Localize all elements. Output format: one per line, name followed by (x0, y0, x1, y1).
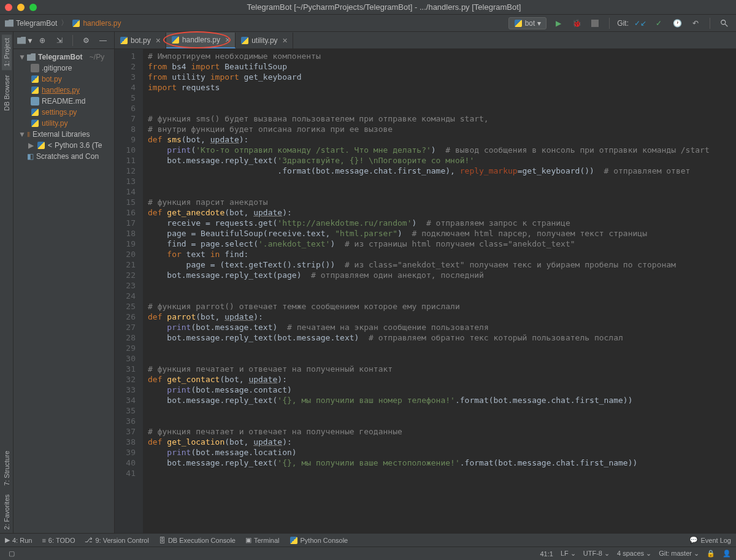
project-tool-tab[interactable]: 1: Project (2, 34, 12, 70)
run-configuration-selector[interactable]: bot ▾ (508, 17, 547, 29)
close-tab-icon[interactable]: × (156, 36, 161, 45)
code-line[interactable]: from bs4 import BeautifulSoup (148, 61, 736, 72)
code-line[interactable]: print(bot.message.location) (148, 447, 736, 458)
git-history-button[interactable]: 🕐 (670, 17, 684, 30)
code-editor[interactable]: 1234567891011121314151617181920212223242… (115, 49, 736, 533)
status-line-separator[interactable]: LF ⌄ (561, 550, 576, 558)
git-revert-button[interactable]: ↶ (689, 17, 702, 30)
close-tab-icon[interactable]: × (283, 36, 288, 45)
editor-tab[interactable]: bot.py× (115, 33, 166, 48)
code-line[interactable]: print(bot.message.contact) (148, 385, 736, 395)
scroll-from-source-icon[interactable]: ⊕ (36, 34, 49, 47)
tool-windows-toggle-icon[interactable]: ▢ (5, 547, 18, 561)
structure-tool-tab[interactable]: 7: Structure (2, 447, 12, 489)
db-browser-tool-tab[interactable]: DB Browser (2, 71, 12, 115)
code-line[interactable]: def get_anecdote(bot, update): (148, 207, 736, 218)
event-log-tool-tab[interactable]: 💬 Event Log (689, 536, 731, 544)
terminal-tool-tab[interactable]: ▣ Terminal (245, 536, 280, 544)
code-line[interactable] (148, 405, 736, 416)
breadcrumb-project[interactable]: TelegramBot (5, 19, 57, 28)
status-encoding[interactable]: UTF-8 ⌄ (583, 550, 610, 558)
vcs-tool-tab[interactable]: ⎇ 9: Version Control (85, 536, 148, 544)
code-line[interactable]: find = page.select('.anekdot_text') # из… (148, 239, 736, 249)
maximize-window-icon[interactable] (29, 4, 37, 11)
code-line[interactable]: bot.message.reply_text('Здравствуйте, {}… (148, 155, 736, 166)
code-line[interactable] (148, 291, 736, 301)
line-number: 13 (115, 176, 136, 186)
code-line[interactable]: # Импортируем необходимые компоненты (148, 51, 736, 61)
code-line[interactable]: import requests (148, 82, 736, 93)
tree-external-libraries[interactable]: ▼ ⫴ External Libraries (13, 129, 114, 140)
gear-icon[interactable]: ⚙ (79, 34, 93, 47)
collapse-all-icon[interactable]: ⇲ (53, 34, 66, 47)
code-line[interactable]: for text in find: (148, 249, 736, 259)
code-line[interactable]: from utility import get_keyboard (148, 72, 736, 82)
tree-file[interactable]: bot.py (13, 74, 114, 85)
code-line[interactable]: receive = requests.get('http://anekdotme… (148, 218, 736, 228)
tree-file[interactable]: handlers.py (13, 85, 114, 96)
code-line[interactable]: bot.message.reply_text('{}, мы получили … (148, 458, 736, 468)
code-line[interactable] (148, 176, 736, 186)
code-line[interactable]: def get_contact(bot, update): (148, 374, 736, 385)
code-line[interactable]: # функция парсит анекдоты (148, 197, 736, 207)
tree-file[interactable]: utility.py (13, 118, 114, 129)
hide-panel-icon[interactable]: — (96, 34, 110, 47)
status-git-branch[interactable]: Git: master ⌄ (659, 550, 699, 558)
close-window-icon[interactable] (5, 4, 12, 11)
python-console-tool-tab[interactable]: Python Console (289, 536, 348, 545)
hector-icon[interactable]: 👤 (723, 550, 731, 558)
tree-file[interactable]: .gitignore (13, 63, 114, 74)
code-line[interactable]: bot.message.reply_text(page) # отправляе… (148, 270, 736, 280)
code-line[interactable]: # функция sms() будет вызвана пользовате… (148, 113, 736, 124)
code-line[interactable] (148, 186, 736, 197)
git-update-button[interactable]: ✓↙ (634, 17, 647, 30)
code-line[interactable]: .format(bot.message.chat.first_name), re… (148, 166, 736, 176)
breadcrumb-file[interactable]: handlers.py (72, 19, 121, 28)
db-console-tool-tab[interactable]: 🗄 DB Execution Console (159, 537, 236, 544)
code-line[interactable]: # функция печатает и отвечает на получен… (148, 364, 736, 374)
code-line[interactable] (148, 468, 736, 478)
code-line[interactable]: # функция печатает и отвечает на получен… (148, 426, 736, 437)
favorites-tool-tab[interactable]: 2: Favorites (2, 491, 12, 533)
debug-button[interactable]: 🐞 (570, 17, 583, 30)
tree-scratches[interactable]: ◧ Scratches and Con (13, 151, 114, 162)
code-line[interactable]: def get_location(bot, update): (148, 437, 736, 447)
run-button[interactable]: ▶ (551, 17, 565, 30)
stop-button[interactable] (588, 17, 602, 30)
close-tab-icon[interactable]: × (225, 35, 230, 45)
code-line[interactable]: # внутри функции будет описана логика пр… (148, 124, 736, 134)
code-content[interactable]: # Импортируем необходимые компонентыfrom… (143, 49, 736, 533)
code-line[interactable] (148, 103, 736, 113)
editor-tab[interactable]: utility.py× (236, 33, 293, 48)
tree-file[interactable]: settings.py (13, 107, 114, 118)
project-tree: ▼ TelegramBot ~/Py .gitignorebot.pyhandl… (13, 49, 114, 164)
tree-root[interactable]: ▼ TelegramBot ~/Py (13, 52, 114, 63)
py-file-icon (31, 86, 39, 94)
readonly-toggle-icon[interactable]: 🔒 (707, 550, 715, 558)
code-line[interactable]: page = BeautifulSoup(receive.text, "html… (148, 228, 736, 239)
git-commit-button[interactable]: ✓ (652, 17, 665, 30)
search-everywhere-button[interactable] (718, 17, 731, 30)
code-line[interactable]: page = (text.getText().strip()) # из cla… (148, 259, 736, 270)
todo-tool-tab[interactable]: ≡ 6: TODO (42, 537, 75, 544)
code-line[interactable]: print(bot.message.text) # печатаем на эк… (148, 322, 736, 332)
code-line[interactable] (148, 416, 736, 426)
minimize-window-icon[interactable] (17, 4, 25, 11)
code-line[interactable]: bot.message.reply_text(bot.message.text)… (148, 332, 736, 343)
editor-tab[interactable]: handlers.py× (166, 33, 236, 48)
panel-view-selector[interactable]: ▾ (17, 36, 32, 45)
code-line[interactable] (148, 93, 736, 103)
code-line[interactable] (148, 280, 736, 291)
code-line[interactable]: bot.message.reply_text('{}, мы получили … (148, 395, 736, 405)
code-line[interactable] (148, 353, 736, 364)
code-line[interactable]: def parrot(bot, update): (148, 312, 736, 322)
status-caret-position[interactable]: 41:1 (540, 550, 553, 558)
code-line[interactable]: def sms(bot, update): (148, 134, 736, 145)
code-line[interactable] (148, 343, 736, 353)
code-line[interactable]: print('Кто-то отправил команду /start. Ч… (148, 145, 736, 155)
tree-python-sdk[interactable]: ▶ < Python 3.6 (Te (13, 140, 114, 151)
status-indent[interactable]: 4 spaces ⌄ (617, 550, 651, 558)
code-line[interactable]: # функция parrot() отвечает темже сообще… (148, 301, 736, 312)
run-tool-tab[interactable]: ▶ 4: Run (5, 536, 32, 544)
tree-file[interactable]: README.md (13, 96, 114, 107)
